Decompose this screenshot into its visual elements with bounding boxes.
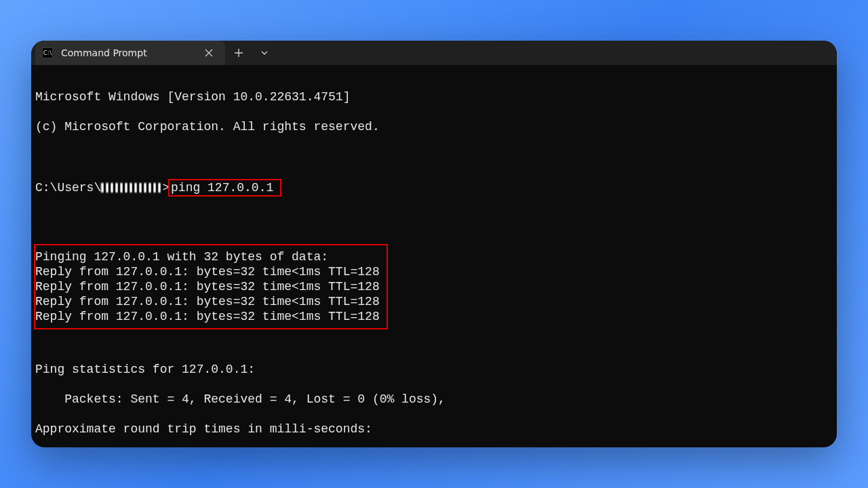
stats-title: Ping statistics for 127.0.0.1:	[35, 362, 837, 377]
close-tab-button[interactable]	[199, 43, 218, 62]
output-header: Pinging 127.0.0.1 with 32 bytes of data:	[35, 249, 380, 264]
titlebar: C:\ Command Prompt	[31, 41, 837, 65]
terminal-content[interactable]: Microsoft Windows [Version 10.0.22631.47…	[31, 65, 837, 447]
command-highlight-box: ping 127.0.0.1	[168, 179, 281, 197]
cmd-icon: C:\	[42, 47, 53, 58]
reply-line: Reply from 127.0.0.1: bytes=32 time<1ms …	[35, 264, 380, 279]
terminal-window: C:\ Command Prompt Microsoft Windows [Ve…	[31, 41, 837, 447]
prompt-prefix: C:\Users\	[35, 181, 101, 195]
rtt-title: Approximate round trip times in milli-se…	[35, 422, 837, 436]
reply-line: Reply from 127.0.0.1: bytes=32 time<1ms …	[35, 294, 380, 309]
tab-dropdown-button[interactable]	[252, 41, 277, 65]
prompt-line: C:\Users\>ping 127.0.0.1	[35, 179, 837, 197]
banner-line: (c) Microsoft Corporation. All rights re…	[35, 119, 837, 134]
redacted-username	[101, 183, 162, 192]
tab-title: Command Prompt	[61, 47, 191, 58]
blank-line	[35, 332, 837, 347]
blank-line	[35, 149, 837, 164]
chevron-down-icon	[260, 49, 269, 57]
stats-packets: Packets: Sent = 4, Received = 4, Lost = …	[35, 392, 837, 407]
blank-line	[35, 211, 837, 226]
reply-line: Reply from 127.0.0.1: bytes=32 time<1ms …	[35, 279, 380, 294]
reply-line: Reply from 127.0.0.1: bytes=32 time<1ms …	[35, 309, 380, 324]
close-icon	[205, 49, 213, 57]
new-tab-button[interactable]	[226, 41, 251, 65]
output-highlight-box: Pinging 127.0.0.1 with 32 bytes of data:…	[34, 244, 388, 329]
command-text: ping 127.0.0.1	[171, 181, 273, 195]
plus-icon	[234, 48, 243, 58]
tab-command-prompt[interactable]: C:\ Command Prompt	[35, 41, 225, 65]
banner-line: Microsoft Windows [Version 10.0.22631.47…	[35, 89, 837, 104]
